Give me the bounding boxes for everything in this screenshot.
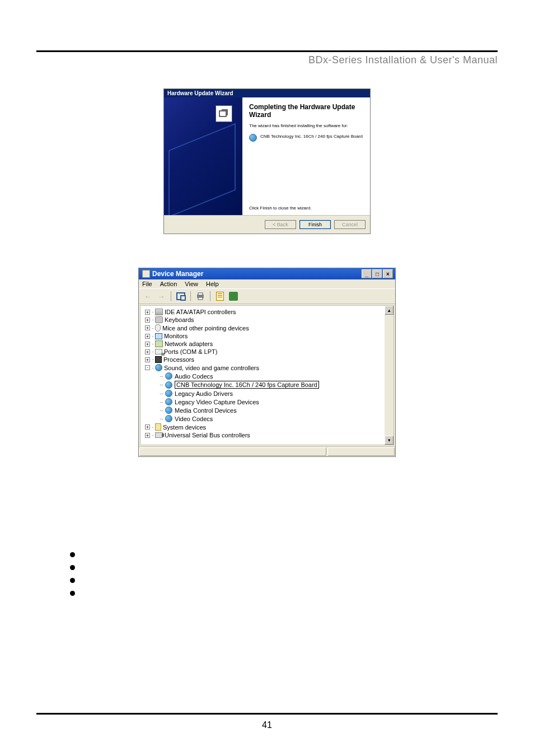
net-icon: [155, 340, 163, 347]
tree-child-label: Media Control Devices: [175, 407, 237, 414]
tree-node-label: Universal Serial Bus controllers: [165, 432, 250, 438]
menu-action[interactable]: Action: [160, 281, 177, 287]
tree-child-label: Audio Codecs: [175, 373, 213, 380]
mouse-icon: [155, 324, 161, 332]
menu-view[interactable]: View: [185, 281, 198, 287]
dm-title: Device Manager: [152, 270, 362, 278]
tree-child-node[interactable]: ····Video Codecs: [160, 414, 391, 423]
toolbar-print-icon[interactable]: [195, 291, 206, 302]
close-button[interactable]: ×: [383, 269, 393, 278]
expander-icon[interactable]: +: [145, 357, 150, 362]
cpu-icon: [155, 356, 162, 363]
tree-child-node[interactable]: ····Legacy Audio Drivers: [160, 389, 391, 398]
bullet-list: [70, 552, 498, 596]
svg-rect-2: [198, 293, 203, 295]
tree-node-label: Processors: [163, 356, 194, 363]
wizard-finished-text: The wizard has finished installing the s…: [249, 123, 363, 128]
scroll-down-icon[interactable]: ▾: [385, 436, 394, 445]
sys-icon: [155, 423, 161, 431]
expander-icon[interactable]: +: [145, 342, 150, 347]
tree-node-label: IDE ATA/ATAPI controllers: [165, 309, 236, 315]
dm-tree[interactable]: +··IDE ATA/ATAPI controllers+··Keyboards…: [140, 305, 394, 445]
nav-forward-icon: →: [156, 291, 167, 302]
tree-node[interactable]: +··Processors: [145, 356, 391, 363]
nav-back-icon: ←: [142, 291, 153, 302]
wizard-side-graphic: [164, 97, 242, 215]
minimize-button[interactable]: _: [362, 269, 372, 278]
wizard-hardware-icon: [216, 105, 232, 122]
wizard-close-text: Click Finish to close the wizard.: [249, 206, 363, 211]
expander-icon[interactable]: +: [145, 424, 150, 430]
tree-child-node[interactable]: ····Legacy Video Capture Devices: [160, 398, 391, 406]
port-icon: [155, 349, 162, 354]
expander-icon[interactable]: +: [145, 325, 150, 330]
bullet-icon: [70, 552, 75, 557]
bullet-icon: [70, 591, 75, 596]
tree-node[interactable]: +··Monitors: [145, 332, 391, 340]
tree-node[interactable]: +··Keyboards: [145, 316, 391, 324]
av-icon: [165, 407, 172, 414]
tree-node[interactable]: -··Sound, video and game controllers: [145, 363, 391, 372]
page-header-title: BDx-Series Installation & User's Manual: [308, 54, 498, 66]
finish-button[interactable]: Finish: [299, 220, 331, 229]
toolbar-properties-icon[interactable]: [214, 291, 226, 302]
svg-rect-0: [219, 111, 226, 116]
bullet-icon: [70, 578, 75, 583]
expander-icon[interactable]: +: [145, 334, 150, 339]
back-button: < Back: [265, 220, 296, 229]
device-icon: [249, 134, 257, 142]
hardware-update-wizard-dialog: Hardware Update Wizard Completing the Ha…: [163, 88, 371, 234]
menu-help[interactable]: Help: [206, 281, 219, 287]
device-manager-window: Device Manager _ □ × File Action View He…: [138, 268, 396, 457]
tree-node-label: Keyboards: [165, 316, 194, 323]
wizard-device-name: CNB Technology Inc. 16Ch / 240 fps Captu…: [260, 134, 363, 139]
toolbar-view-icon[interactable]: [175, 291, 186, 302]
tree-child-label: Legacy Video Capture Devices: [175, 399, 259, 405]
dm-menubar: File Action View Help: [139, 279, 395, 288]
tree-node-label: System devices: [163, 424, 206, 431]
tree-node[interactable]: +··IDE ATA/ATAPI controllers: [145, 308, 391, 316]
menu-file[interactable]: File: [142, 281, 152, 287]
dm-titlebar: Device Manager _ □ ×: [139, 268, 395, 279]
tree-node[interactable]: +··Mice and other pointing devices: [145, 324, 391, 332]
tree-node-label: Mice and other pointing devices: [162, 325, 249, 332]
dm-app-icon: [142, 270, 150, 278]
usb-icon: [155, 432, 163, 438]
tree-node[interactable]: +··Ports (COM & LPT): [145, 348, 391, 356]
expander-icon[interactable]: +: [145, 318, 150, 323]
av-icon: [165, 381, 172, 389]
scroll-up-icon[interactable]: ▴: [385, 306, 394, 315]
dm-statusbar: [139, 446, 395, 456]
tree-child-node[interactable]: ····Audio Codecs: [160, 372, 391, 380]
page-number: 41: [262, 720, 272, 730]
monitor-icon: [155, 333, 162, 339]
tree-node-label: Sound, video and game controllers: [164, 365, 259, 371]
expander-icon[interactable]: -: [145, 365, 150, 370]
tree-child-node[interactable]: ····CNB Technology Inc. 16Ch / 240 fps C…: [160, 380, 391, 389]
expander-icon[interactable]: +: [145, 349, 150, 354]
tree-node-label: Network adapters: [165, 340, 213, 347]
maximize-button[interactable]: □: [372, 269, 382, 278]
wizard-button-row: < Back Finish Cancel: [164, 215, 370, 234]
bullet-icon: [70, 565, 75, 570]
tree-node-label: Monitors: [164, 333, 188, 339]
toolbar-scan-icon[interactable]: [228, 291, 239, 302]
av-icon: [155, 364, 162, 371]
tree-node[interactable]: +··System devices: [145, 423, 391, 431]
tree-child-label: Video Codecs: [175, 416, 213, 422]
keyboard-icon: [155, 316, 163, 323]
wizard-heading: Completing the Hardware Update Wizard: [249, 103, 363, 119]
tree-child-label-selected: CNB Technology Inc. 16Ch / 240 fps Captu…: [175, 381, 319, 389]
dm-toolbar: ← →: [139, 288, 395, 304]
tree-child-node[interactable]: ····Media Control Devices: [160, 406, 391, 414]
tree-node-label: Ports (COM & LPT): [164, 348, 217, 355]
expander-icon[interactable]: +: [145, 433, 150, 438]
wizard-titlebar: Hardware Update Wizard: [164, 89, 370, 97]
tree-node[interactable]: +··Universal Serial Bus controllers: [145, 431, 391, 439]
expander-icon[interactable]: +: [145, 310, 150, 315]
scrollbar[interactable]: ▴ ▾: [385, 306, 394, 445]
av-icon: [165, 398, 172, 405]
tree-node[interactable]: +··Network adapters: [145, 340, 391, 348]
av-icon: [165, 415, 172, 422]
svg-rect-3: [198, 297, 203, 300]
